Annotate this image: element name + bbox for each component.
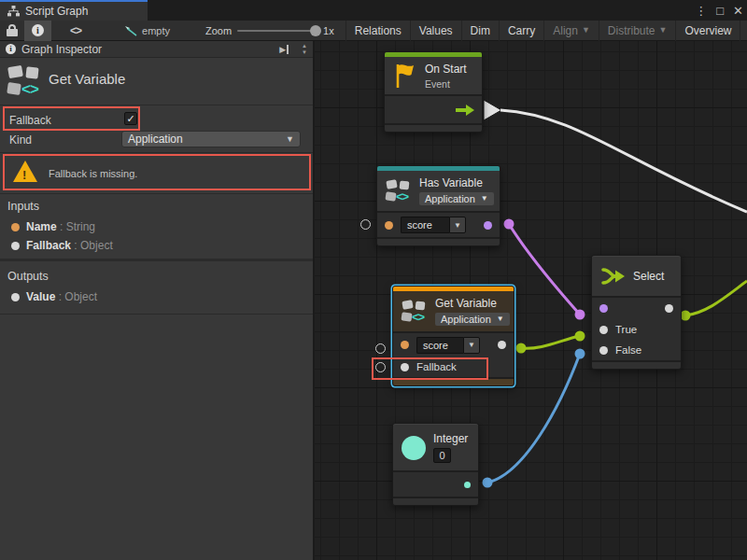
divider [0,152,313,153]
node-has-variable[interactable]: <> Has Variable Application ▼ score ▼ [376,165,500,246]
overview-button[interactable]: Overview [675,21,740,41]
fallback-input-port[interactable] [401,363,409,371]
chevron-down-icon: ▼ [582,26,590,35]
node-title: Integer [433,432,468,445]
scroll-stepper[interactable]: ▲ ▼ [302,43,307,56]
wire-endpoint [516,343,527,354]
align-button[interactable]: Align ▼ [543,21,599,41]
integer-icon [402,436,426,460]
lock-button[interactable] [0,21,24,41]
dock-icon[interactable]: ▶ [279,45,289,54]
breadcrumb-label: empty [142,25,170,36]
output-row-value: Value : Object [0,290,313,305]
wire-endpoint [483,478,493,488]
code-icon: <> [70,24,81,37]
carry-button[interactable]: Carry [499,21,543,41]
node-subtitle: Event [425,78,467,90]
zoom-slider[interactable] [237,30,317,32]
false-input-port[interactable] [599,346,608,355]
node-get-variable[interactable]: <> Get Variable Application ▼ score ▼ [392,286,514,386]
wire-endpoint [575,349,585,359]
wire-select-out[interactable] [685,281,747,315]
true-port-label: True [615,324,637,335]
integer-output-port[interactable] [464,482,471,488]
wire-endpoint [575,310,585,320]
info-icon: i [32,24,44,36]
variables-icon: <> [402,299,428,325]
node-on-start[interactable]: On Start Event [384,51,483,133]
control-connection-arrow [484,100,501,120]
wire-getvariable-to-select-true[interactable] [521,336,580,348]
warning-text: Fallback is missing. [49,168,137,179]
object-port-icon [11,242,20,250]
node-integer[interactable]: Integer 0 [392,423,479,506]
variables-icon: <> [386,178,412,204]
chevron-down-icon: ▼ [449,217,466,233]
selection-output-port[interactable] [665,304,673,313]
window-controls: ⋮ □ ✕ [695,0,743,21]
variable-name-field[interactable]: score ▼ [416,337,480,354]
toolbar-buttons: Relations Values Dim Carry Align ▼ Distr… [345,21,747,41]
script-graph-window: Script Graph ⋮ □ ✕ i <> empty Zoom [0,0,747,560]
values-button[interactable]: Values [410,21,461,41]
fallback-checkbox[interactable]: ✓ [124,112,137,125]
wire-endpoint [575,331,585,342]
close-icon[interactable]: ✕ [733,4,743,18]
maximize-icon[interactable]: □ [716,4,724,18]
tab-script-graph[interactable]: Script Graph [0,0,148,21]
variable-name-field[interactable]: score ▼ [401,217,466,233]
variables-icon: <> [7,63,43,97]
node-footer [385,123,482,132]
true-input-port[interactable] [599,326,608,334]
false-port-label: False [615,344,641,356]
inputs-section-title: Inputs [7,200,39,213]
name-input-port[interactable] [401,341,409,349]
distribute-button[interactable]: Distribute ▼ [599,21,676,41]
graph-inspector-panel: i Graph Inspector ▶ ▲ ▼ <> Get Variable … [0,41,315,560]
graph-canvas[interactable]: On Start Event [315,41,747,560]
kind-dropdown[interactable]: Application ▼ [121,131,301,147]
node-title: Get Variable [435,297,510,310]
wire-endpoint [504,219,514,230]
dim-button[interactable]: Dim [461,21,499,41]
control-output-port[interactable] [456,105,474,116]
divider [0,105,313,105]
node-select[interactable]: Select True False [591,255,682,370]
unconnected-port-ring [360,219,371,230]
node-title: On Start [425,63,467,76]
code-preview-button[interactable]: <> [63,21,89,41]
unconnected-port-ring [375,362,386,372]
zoom-slider-handle[interactable] [310,25,321,36]
kind-dropdown-value: Application [128,133,183,146]
object-port-icon [11,293,20,301]
chevron-down-icon: ▼ [481,195,488,203]
node-footer [377,237,500,245]
integer-value-field[interactable]: 0 [433,448,451,463]
full-screen-button[interactable]: Full Screen [740,21,747,41]
chevron-down-icon: ▼ [497,315,504,323]
kebab-menu-icon[interactable]: ⋮ [695,4,707,18]
node-title: Has Variable [419,176,494,189]
scroll-up-icon[interactable]: ▲ [302,43,307,49]
breadcrumb[interactable]: empty [124,25,170,36]
name-input-port[interactable] [385,221,393,230]
condition-input-port[interactable] [599,304,608,313]
wire-endpoint [681,311,691,321]
wire-hasvariable-to-select[interactable] [509,224,580,315]
variable-scope-dropdown[interactable]: Application ▼ [419,192,494,205]
tab-title: Script Graph [25,5,88,18]
wire-onstart-out[interactable] [500,110,747,212]
input-row-name: Name : String [0,220,313,235]
lock-icon [7,24,18,36]
panel-title: Graph Inspector [21,43,102,56]
scroll-down-icon[interactable]: ▼ [302,49,307,56]
inspect-toggle-button[interactable]: i [24,21,51,41]
value-output-port[interactable] [498,341,506,349]
warning-exclamation: ! [22,168,26,182]
fallback-port-label: Fallback [416,361,457,372]
fallback-field-label: Fallback [9,114,51,127]
relations-button[interactable]: Relations [345,21,410,41]
boolean-output-port[interactable] [484,221,492,230]
flag-icon [393,62,417,90]
variable-scope-dropdown[interactable]: Application ▼ [435,313,510,326]
